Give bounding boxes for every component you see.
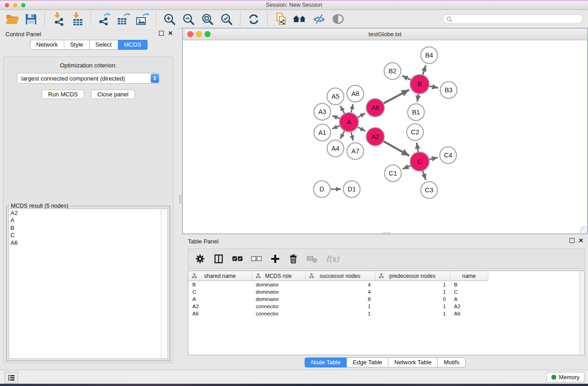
cell[interactable]: 0	[375, 295, 450, 303]
cell[interactable]: B	[188, 281, 252, 289]
graph-edge-A-A2[interactable]	[358, 127, 365, 131]
cell[interactable]: A	[188, 295, 252, 303]
mcds-result-item[interactable]: A	[10, 217, 167, 224]
cell[interactable]: dominator	[252, 295, 305, 303]
table-settings-gear-icon[interactable]	[195, 254, 205, 264]
home-first-neighbors-icon[interactable]	[292, 11, 308, 27]
import-network-icon[interactable]	[50, 11, 66, 27]
graph-edge-C-C1[interactable]	[403, 166, 411, 169]
refresh-icon[interactable]	[246, 11, 262, 27]
cell[interactable]: 4	[305, 288, 375, 295]
graph-node-A2[interactable]: A2	[366, 128, 384, 146]
cell[interactable]: connector	[252, 310, 305, 317]
task-history-button[interactable]	[5, 372, 18, 383]
export-network-icon[interactable]	[96, 11, 112, 27]
cell[interactable]: A2	[450, 303, 488, 310]
column-header-predecessor-nodes[interactable]: predecessor nodes	[375, 271, 450, 281]
open-session-icon[interactable]	[4, 11, 20, 27]
cell[interactable]: C	[450, 288, 488, 295]
tab-node-table[interactable]: Node Table	[305, 357, 347, 367]
graph-edge-A-A8[interactable]	[351, 104, 353, 113]
table-row[interactable]: Adominator80A	[188, 295, 576, 303]
close-panel-icon[interactable]: ✕	[168, 31, 173, 36]
graph-node-C2[interactable]: C2	[407, 124, 424, 141]
graph-node-A7[interactable]: A7	[347, 143, 364, 160]
cell[interactable]: dominator	[252, 281, 305, 289]
mcds-result-list[interactable]: A2ABCA6	[9, 209, 168, 359]
cell[interactable]: 1	[375, 310, 450, 317]
network-window-titlebar[interactable]: testGlobe.txt	[183, 29, 587, 40]
graph-node-D1[interactable]: D1	[344, 181, 360, 198]
graph-edge-A-A7[interactable]	[351, 132, 353, 141]
export-table-icon[interactable]	[115, 11, 131, 27]
graph-node-A5[interactable]: A5	[327, 88, 344, 105]
column-header-mcds-role[interactable]: MCDS role	[252, 271, 305, 281]
graph-edge-C-C2[interactable]	[417, 143, 418, 152]
zoom-selected-icon[interactable]	[219, 11, 234, 27]
vertical-splitter-handle[interactable]	[179, 195, 183, 203]
zoom-in-icon[interactable]	[162, 11, 177, 27]
tab-motifs[interactable]: Motifs	[438, 357, 466, 367]
network-canvas[interactable]: B4B2BB3A5A8A6A3AB1A1A2C2A4A7C4CC1C3DD1	[183, 40, 587, 234]
tab-network-table[interactable]: Network Table	[388, 357, 438, 367]
graph-node-A1[interactable]: A1	[314, 124, 331, 141]
deselect-all-columns-icon[interactable]	[251, 256, 262, 261]
column-header-shared-name[interactable]: shared name	[188, 271, 252, 281]
graph-edge-C-C4[interactable]	[430, 157, 438, 159]
graph-edge-C-C3[interactable]	[423, 171, 426, 180]
graph-node-C[interactable]: C	[410, 152, 429, 171]
cell[interactable]: 4	[305, 281, 375, 289]
select-all-columns-icon[interactable]	[232, 256, 243, 261]
cell[interactable]: 1	[305, 303, 375, 310]
close-table-panel-icon[interactable]: ✕	[578, 238, 583, 243]
cell[interactable]: A6	[188, 310, 252, 317]
criterion-select[interactable]: largest connected component (directed)	[17, 73, 160, 84]
table-row[interactable]: A6connector11A6	[188, 310, 576, 317]
mcds-result-item[interactable]: C	[10, 232, 167, 239]
export-image-icon[interactable]	[134, 11, 150, 27]
tab-edge-table[interactable]: Edge Table	[347, 357, 388, 367]
graph-node-C3[interactable]: C3	[421, 182, 438, 199]
graph-node-A3[interactable]: A3	[314, 104, 331, 120]
zoom-out-icon[interactable]	[181, 11, 196, 27]
search-box[interactable]	[443, 14, 583, 24]
graph-node-A6[interactable]: A6	[366, 99, 384, 117]
cell[interactable]: A6	[450, 310, 488, 317]
column-header-name[interactable]: name	[450, 271, 488, 281]
close-panel-button[interactable]: Close panel	[91, 90, 135, 99]
mcds-result-item[interactable]: B	[10, 224, 167, 232]
save-session-icon[interactable]	[23, 11, 39, 27]
graph-node-A4[interactable]: A4	[327, 140, 344, 157]
table-row[interactable]: Cdominator41C	[188, 288, 576, 295]
search-input[interactable]	[454, 15, 579, 23]
graph-node-B4[interactable]: B4	[421, 47, 438, 64]
tab-style[interactable]: Style	[64, 40, 90, 50]
network-graph[interactable]: B4B2BB3A5A8A6A3AB1A1A2C2A4A7C4CC1C3DD1	[183, 40, 587, 234]
graph-node-B3[interactable]: B3	[440, 82, 457, 99]
graph-edge-A-A1[interactable]	[332, 126, 340, 129]
window-resize-grip[interactable]	[580, 226, 587, 233]
show-columns-icon[interactable]	[214, 254, 224, 264]
table-row[interactable]: A2connector11A2	[188, 303, 576, 310]
show-all-icon[interactable]	[330, 11, 346, 27]
graph-node-A[interactable]: A	[339, 113, 359, 132]
hide-selected-icon[interactable]	[311, 11, 327, 27]
table-row[interactable]: Bdominator41B	[188, 281, 576, 289]
graph-edge-B-B2[interactable]	[402, 76, 411, 80]
cell[interactable]: 1	[375, 303, 450, 310]
graph-edge-A-A3[interactable]	[332, 116, 340, 119]
result-list-scrollbar[interactable]	[161, 209, 167, 358]
cell[interactable]: 1	[305, 310, 375, 317]
float-table-panel-icon[interactable]	[569, 238, 574, 243]
create-column-plus-icon[interactable]	[270, 254, 280, 264]
tab-mcds[interactable]: MCDS	[118, 40, 148, 50]
graph-edge-A-A5[interactable]	[340, 106, 344, 114]
graph-edge-B-B3[interactable]	[430, 86, 438, 88]
run-mcds-button[interactable]: Run MCDS	[42, 90, 84, 99]
node-table[interactable]: shared nameMCDS rolesuccessor nodesprede…	[188, 271, 585, 355]
graph-edge-A6-B[interactable]	[384, 90, 409, 103]
cell[interactable]: A	[450, 295, 488, 303]
graph-node-B1[interactable]: B1	[408, 104, 425, 121]
graph-node-D[interactable]: D	[314, 181, 330, 198]
tab-network[interactable]: Network	[30, 40, 64, 50]
